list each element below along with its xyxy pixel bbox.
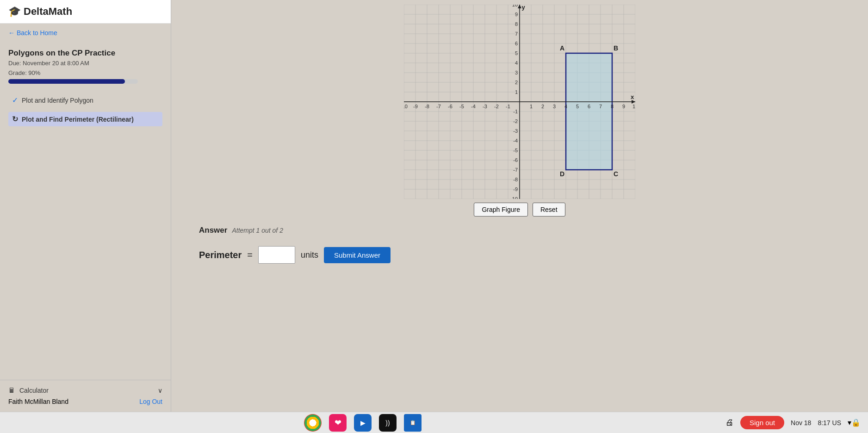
task-spinner-icon: ↻ <box>12 115 18 124</box>
attempt-text: Attempt 1 out of 2 <box>232 227 283 234</box>
app-container: 🎓 DeltaMath ← Back to Home Polygons on t… <box>0 0 868 412</box>
taskbar: ❤ ▶ )) 📋 🖨 Sign out Nov 18 8:17 US ▾🔒 <box>0 412 868 433</box>
sign-out-button[interactable]: Sign out <box>740 416 784 429</box>
main-content: Graph Figure Reset Answer Attempt 1 out … <box>171 0 868 412</box>
back-to-home-link[interactable]: ← Back to Home <box>0 24 171 42</box>
chrome-icon[interactable] <box>304 414 322 432</box>
task-list: ✓ Plot and Identify Polygon ↻ Plot and F… <box>8 93 162 126</box>
app-icon-1[interactable]: ❤ <box>329 414 347 432</box>
app-icon-3[interactable]: )) <box>379 414 397 432</box>
progress-bar-fill <box>8 79 125 84</box>
logo-text: DeltaMath <box>24 6 72 18</box>
print-icon: 🖨 <box>725 418 734 427</box>
logo-icon: 🎓 <box>8 6 21 18</box>
sidebar: 🎓 DeltaMath ← Back to Home Polygons on t… <box>0 0 171 412</box>
taskbar-left: ❤ ▶ )) 📋 <box>0 414 725 432</box>
calculator-chevron: ∨ <box>158 387 162 394</box>
task-item-perimeter[interactable]: ↻ Plot and Find Perimeter (Rectilinear) <box>8 112 162 126</box>
sidebar-footer: 🖩 Calculator ∨ Faith McMillan Bland Log … <box>0 380 171 412</box>
graph-area <box>171 0 868 199</box>
perimeter-equals: = <box>247 250 253 260</box>
app-icon-4[interactable]: 📋 <box>404 414 422 432</box>
perimeter-row: Perimeter = units Submit Answer <box>199 246 840 264</box>
taskbar-right: 🖨 Sign out Nov 18 8:17 US ▾🔒 <box>725 416 868 429</box>
answer-section: Answer Attempt 1 out of 2 Perimeter = un… <box>171 216 868 273</box>
answer-label: Answer <box>199 226 227 235</box>
graph-figure-button[interactable]: Graph Figure <box>474 203 527 216</box>
task-item-plot-identify[interactable]: ✓ Plot and Identify Polygon <box>8 93 162 107</box>
grade-label: Grade: 90% <box>8 69 162 76</box>
calculator-icon: 🖩 <box>8 387 15 394</box>
sidebar-content: Polygons on the CP Practice Due: Novembe… <box>0 42 171 380</box>
task-check-icon: ✓ <box>12 96 18 105</box>
perimeter-label: Perimeter <box>199 250 242 260</box>
app-icon-2[interactable]: ▶ <box>354 414 372 432</box>
wifi-icon: ▾🔒 <box>848 418 861 427</box>
reset-button[interactable]: Reset <box>533 203 565 216</box>
graph-wrapper <box>404 5 635 199</box>
assignment-due: Due: November 20 at 8:00 AM <box>8 60 162 67</box>
units-label: units <box>301 250 318 260</box>
taskbar-date: Nov 18 <box>791 419 811 427</box>
perimeter-input[interactable] <box>258 246 295 264</box>
coordinate-grid[interactable] <box>404 5 635 199</box>
sidebar-header: 🎓 DeltaMath <box>0 0 171 24</box>
assignment-title: Polygons on the CP Practice <box>8 49 162 58</box>
progress-bar-container <box>8 79 138 84</box>
calculator-item[interactable]: 🖩 Calculator ∨ <box>8 387 162 394</box>
calculator-label: 🖩 Calculator <box>8 387 49 394</box>
user-name: Faith McMillan Bland <box>8 398 68 405</box>
graph-buttons: Graph Figure Reset <box>171 203 868 216</box>
logout-link[interactable]: Log Out <box>139 398 162 405</box>
submit-answer-button[interactable]: Submit Answer <box>324 247 391 263</box>
task-label-plot-identify: Plot and Identify Polygon <box>22 97 93 104</box>
task-label-perimeter: Plot and Find Perimeter (Rectilinear) <box>22 116 134 123</box>
taskbar-time: 8:17 US <box>818 419 841 427</box>
user-row: Faith McMillan Bland Log Out <box>8 398 162 405</box>
